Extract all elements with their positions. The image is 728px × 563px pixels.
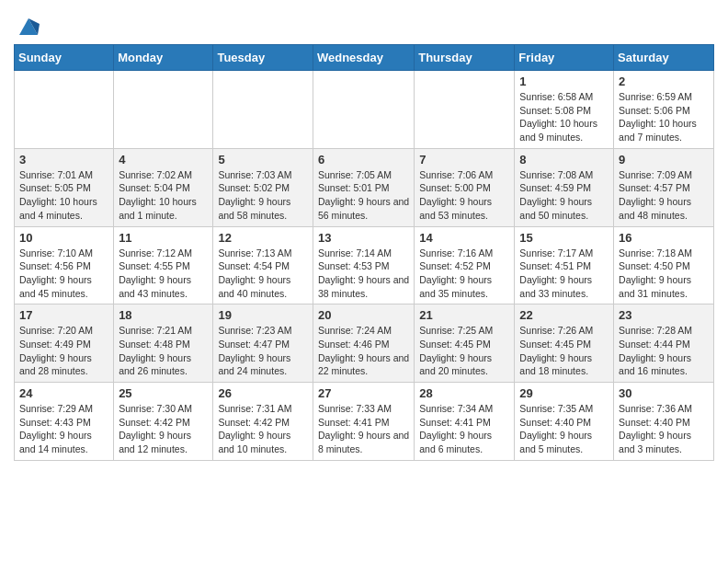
calendar-cell: 13Sunrise: 7:14 AM Sunset: 4:53 PM Dayli… — [313, 226, 414, 304]
day-number: 12 — [218, 231, 308, 245]
day-number: 7 — [419, 153, 509, 167]
day-info: Sunrise: 7:35 AM Sunset: 4:40 PM Dayligh… — [519, 402, 609, 456]
day-number: 13 — [318, 231, 409, 245]
calendar-cell: 17Sunrise: 7:20 AM Sunset: 4:49 PM Dayli… — [15, 304, 114, 383]
day-number: 16 — [619, 231, 709, 245]
calendar-week-row: 10Sunrise: 7:10 AM Sunset: 4:56 PM Dayli… — [15, 226, 714, 304]
day-number: 23 — [619, 308, 709, 322]
calendar-cell — [313, 71, 414, 149]
day-info: Sunrise: 7:20 AM Sunset: 4:49 PM Dayligh… — [19, 324, 108, 378]
day-number: 24 — [19, 386, 108, 400]
day-info: Sunrise: 7:24 AM Sunset: 4:46 PM Dayligh… — [318, 324, 409, 378]
calendar-cell: 1Sunrise: 6:58 AM Sunset: 5:08 PM Daylig… — [515, 71, 614, 149]
calendar-header-monday: Monday — [114, 45, 213, 71]
day-number: 2 — [619, 75, 709, 88]
day-info: Sunrise: 7:08 AM Sunset: 4:59 PM Dayligh… — [519, 168, 609, 223]
day-number: 17 — [19, 308, 108, 322]
day-number: 22 — [519, 308, 609, 322]
calendar-cell: 18Sunrise: 7:21 AM Sunset: 4:48 PM Dayli… — [114, 304, 213, 383]
calendar-week-row: 17Sunrise: 7:20 AM Sunset: 4:49 PM Dayli… — [15, 304, 714, 383]
day-info: Sunrise: 7:12 AM Sunset: 4:55 PM Dayligh… — [119, 247, 208, 301]
calendar-header-row: SundayMondayTuesdayWednesdayThursdayFrid… — [15, 45, 714, 71]
day-info: Sunrise: 7:01 AM Sunset: 5:05 PM Dayligh… — [19, 168, 108, 223]
calendar-cell: 16Sunrise: 7:18 AM Sunset: 4:50 PM Dayli… — [614, 226, 714, 304]
day-number: 18 — [119, 308, 208, 322]
calendar-cell: 28Sunrise: 7:34 AM Sunset: 4:41 PM Dayli… — [415, 383, 515, 461]
calendar-cell: 22Sunrise: 7:26 AM Sunset: 4:45 PM Dayli… — [515, 304, 614, 383]
day-number: 20 — [318, 308, 409, 322]
calendar-cell: 7Sunrise: 7:06 AM Sunset: 5:00 PM Daylig… — [415, 148, 515, 226]
day-number: 28 — [419, 386, 509, 400]
calendar-week-row: 1Sunrise: 6:58 AM Sunset: 5:08 PM Daylig… — [15, 71, 714, 149]
day-number: 14 — [419, 231, 509, 245]
day-info: Sunrise: 7:05 AM Sunset: 5:01 PM Dayligh… — [318, 168, 409, 223]
calendar-cell: 25Sunrise: 7:30 AM Sunset: 4:42 PM Dayli… — [114, 383, 213, 461]
calendar-cell: 9Sunrise: 7:09 AM Sunset: 4:57 PM Daylig… — [614, 148, 714, 226]
calendar-cell: 12Sunrise: 7:13 AM Sunset: 4:54 PM Dayli… — [213, 226, 313, 304]
page: SundayMondayTuesdayWednesdayThursdayFrid… — [0, 0, 728, 470]
day-number: 4 — [119, 153, 208, 167]
day-info: Sunrise: 7:31 AM Sunset: 4:42 PM Dayligh… — [218, 402, 308, 456]
day-info: Sunrise: 7:23 AM Sunset: 4:47 PM Dayligh… — [218, 324, 308, 378]
day-info: Sunrise: 7:06 AM Sunset: 5:00 PM Dayligh… — [419, 168, 509, 223]
logo — [14, 15, 41, 37]
day-info: Sunrise: 6:58 AM Sunset: 5:08 PM Dayligh… — [519, 90, 609, 144]
calendar-cell — [114, 71, 213, 149]
day-info: Sunrise: 7:34 AM Sunset: 4:41 PM Dayligh… — [419, 402, 509, 456]
day-info: Sunrise: 7:26 AM Sunset: 4:45 PM Dayligh… — [519, 324, 609, 378]
calendar-cell: 8Sunrise: 7:08 AM Sunset: 4:59 PM Daylig… — [515, 148, 614, 226]
day-number: 10 — [19, 231, 108, 245]
day-info: Sunrise: 7:09 AM Sunset: 4:57 PM Dayligh… — [619, 168, 709, 223]
day-info: Sunrise: 7:14 AM Sunset: 4:53 PM Dayligh… — [318, 247, 409, 301]
day-number: 5 — [218, 153, 308, 167]
day-info: Sunrise: 7:30 AM Sunset: 4:42 PM Dayligh… — [119, 402, 208, 456]
day-info: Sunrise: 7:28 AM Sunset: 4:44 PM Dayligh… — [619, 324, 709, 378]
calendar-cell: 10Sunrise: 7:10 AM Sunset: 4:56 PM Dayli… — [15, 226, 114, 304]
calendar-week-row: 3Sunrise: 7:01 AM Sunset: 5:05 PM Daylig… — [15, 148, 714, 226]
calendar-cell: 24Sunrise: 7:29 AM Sunset: 4:43 PM Dayli… — [15, 383, 114, 461]
day-number: 3 — [19, 153, 108, 167]
calendar-cell — [415, 71, 515, 149]
day-info: Sunrise: 7:25 AM Sunset: 4:45 PM Dayligh… — [419, 324, 509, 378]
calendar-cell: 6Sunrise: 7:05 AM Sunset: 5:01 PM Daylig… — [313, 148, 414, 226]
calendar-cell: 3Sunrise: 7:01 AM Sunset: 5:05 PM Daylig… — [15, 148, 114, 226]
calendar-cell: 21Sunrise: 7:25 AM Sunset: 4:45 PM Dayli… — [415, 304, 515, 383]
calendar-cell: 26Sunrise: 7:31 AM Sunset: 4:42 PM Dayli… — [213, 383, 313, 461]
calendar-header-friday: Friday — [515, 45, 614, 71]
day-number: 21 — [419, 308, 509, 322]
day-number: 15 — [519, 231, 609, 245]
calendar-cell: 11Sunrise: 7:12 AM Sunset: 4:55 PM Dayli… — [114, 226, 213, 304]
calendar-cell: 4Sunrise: 7:02 AM Sunset: 5:04 PM Daylig… — [114, 148, 213, 226]
day-info: Sunrise: 7:10 AM Sunset: 4:56 PM Dayligh… — [19, 247, 108, 301]
day-number: 25 — [119, 386, 208, 400]
day-number: 30 — [619, 386, 709, 400]
day-number: 11 — [119, 231, 208, 245]
day-number: 6 — [318, 153, 409, 167]
calendar-cell: 27Sunrise: 7:33 AM Sunset: 4:41 PM Dayli… — [313, 383, 414, 461]
day-info: Sunrise: 7:17 AM Sunset: 4:51 PM Dayligh… — [519, 247, 609, 301]
day-info: Sunrise: 7:13 AM Sunset: 4:54 PM Dayligh… — [218, 247, 308, 301]
calendar-week-row: 24Sunrise: 7:29 AM Sunset: 4:43 PM Dayli… — [15, 383, 714, 461]
day-number: 26 — [218, 386, 308, 400]
calendar-cell: 5Sunrise: 7:03 AM Sunset: 5:02 PM Daylig… — [213, 148, 313, 226]
calendar-table: SundayMondayTuesdayWednesdayThursdayFrid… — [14, 44, 714, 461]
calendar-cell: 2Sunrise: 6:59 AM Sunset: 5:06 PM Daylig… — [614, 71, 714, 149]
calendar-cell: 15Sunrise: 7:17 AM Sunset: 4:51 PM Dayli… — [515, 226, 614, 304]
day-info: Sunrise: 7:21 AM Sunset: 4:48 PM Dayligh… — [119, 324, 208, 378]
day-info: Sunrise: 7:36 AM Sunset: 4:40 PM Dayligh… — [619, 402, 709, 456]
calendar-header-sunday: Sunday — [15, 45, 114, 71]
day-info: Sunrise: 7:16 AM Sunset: 4:52 PM Dayligh… — [419, 247, 509, 301]
day-number: 9 — [619, 153, 709, 167]
day-number: 29 — [519, 386, 609, 400]
calendar-header-tuesday: Tuesday — [213, 45, 313, 71]
calendar-cell: 20Sunrise: 7:24 AM Sunset: 4:46 PM Dayli… — [313, 304, 414, 383]
day-number: 19 — [218, 308, 308, 322]
day-number: 8 — [519, 153, 609, 167]
header — [14, 9, 714, 37]
calendar-cell — [15, 71, 114, 149]
day-number: 1 — [519, 75, 609, 88]
calendar-header-saturday: Saturday — [614, 45, 714, 71]
calendar-cell: 23Sunrise: 7:28 AM Sunset: 4:44 PM Dayli… — [614, 304, 714, 383]
day-info: Sunrise: 7:18 AM Sunset: 4:50 PM Dayligh… — [619, 247, 709, 301]
logo-icon — [16, 15, 41, 40]
